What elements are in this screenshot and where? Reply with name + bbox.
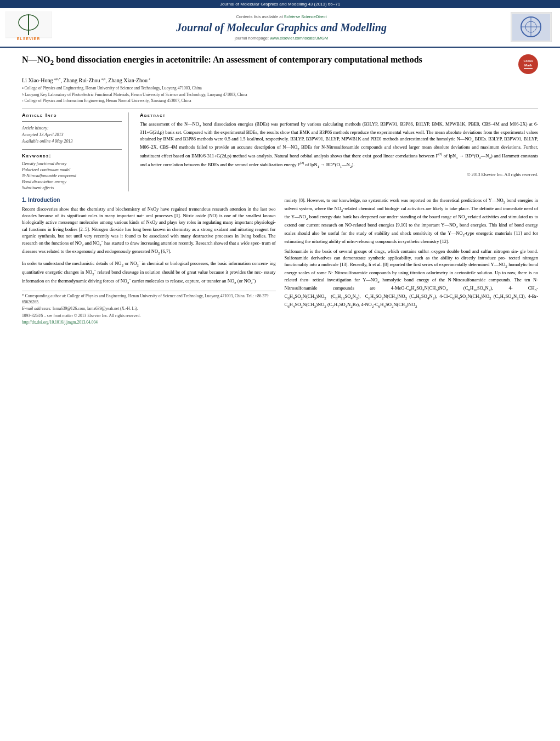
banner-text: Journal of Molecular Graphics and Modell… xyxy=(220,2,340,7)
journal-header: ELSEVIER Contents lists available at Sci… xyxy=(0,8,560,48)
article-info-column: Article Info Article history: Accepted 1… xyxy=(22,112,129,191)
footnote-issn: 1093-3263/$ – see front matter © 2013 El… xyxy=(22,313,276,319)
footnote-doi[interactable]: http://dx.doi.org/10.1016/j.jmgm.2013.04… xyxy=(22,320,276,326)
body-right-column: moiety [8]. However, to our knowledge, n… xyxy=(285,197,539,327)
affiliation-c: c College of Physics and Information Eng… xyxy=(22,98,538,104)
section-1-title: 1. Introduction xyxy=(22,197,276,203)
svg-text:ELSEVIER: ELSEVIER xyxy=(17,37,41,41)
body-right-para-1: moiety [8]. However, to our knowledge, n… xyxy=(285,197,539,245)
article-title: N—NO2 bond dissociation energies in acet… xyxy=(22,54,513,67)
crossmark-badge[interactable]: Cross Mark xyxy=(518,54,538,74)
journal-cover-icon xyxy=(511,12,552,42)
journal-right-logo xyxy=(511,12,555,43)
journal-homepage-link[interactable]: www.elsevier.com/locate/JMGM xyxy=(270,36,328,41)
intro-para-2: In order to understand the mechanistic d… xyxy=(22,259,276,285)
affiliation-b-text: Luoyang Key Laboratory of Photoelectric … xyxy=(25,92,247,98)
history-available: Available online 4 May 2013 xyxy=(22,138,122,145)
body-left-column: 1. Introduction Recent discoveries show … xyxy=(22,197,276,327)
keywords-section: Keywords: Density functional theory Pola… xyxy=(22,153,122,190)
sciverse-link[interactable]: SciVerse ScienceDirect xyxy=(284,14,327,19)
keyword-1: Density functional theory xyxy=(22,161,122,166)
elsevier-art-icon: ELSEVIER xyxy=(5,12,52,43)
keywords-heading: Keywords: xyxy=(22,153,122,159)
copyright-text: © 2013 Elsevier Inc. All rights reserved… xyxy=(140,172,538,177)
history-label: Article history: xyxy=(22,125,122,132)
crossmark-icon: Cross Mark xyxy=(518,54,538,74)
article-history: Article history: Accepted 13 April 2013 … xyxy=(22,125,122,145)
header-divider xyxy=(22,109,538,109)
info-abstract-columns: Article Info Article history: Accepted 1… xyxy=(22,112,538,191)
affiliation-b: b Luoyang Key Laboratory of Photoelectri… xyxy=(22,92,538,98)
svg-text:Mark: Mark xyxy=(524,64,533,67)
keyword-4: Bond dissociation energy xyxy=(22,179,122,184)
footnote-corresponding: * Corresponding author at: College of Ph… xyxy=(22,293,276,305)
footnote-section: * Corresponding author at: College of Ph… xyxy=(22,291,276,326)
abstract-heading: Abstract xyxy=(140,112,538,118)
abstract-text: The assessment of the N—NO2 bond dissoci… xyxy=(140,121,538,169)
keyword-5: Substituent effects xyxy=(22,185,122,190)
abstract-column: Abstract The assessment of the N—NO2 bon… xyxy=(140,112,538,191)
article-info-heading: Article Info xyxy=(22,112,122,118)
keywords-divider xyxy=(22,149,122,150)
intro-para-1: Recent discoveries show that the chemist… xyxy=(22,206,276,256)
journal-banner: Journal of Molecular Graphics and Modell… xyxy=(0,0,560,8)
authors: Li Xiao-Hong a,b,*, Zhang Rui-Zhou a,b, … xyxy=(22,77,538,83)
body-columns: 1. Introduction Recent discoveries show … xyxy=(22,197,538,327)
sciverse-text: Contents lists available at SciVerse Sci… xyxy=(52,14,511,19)
affiliation-c-text: College of Physics and Information Engin… xyxy=(25,98,191,104)
body-right-para-2: Sulfonamide is the basis of several grou… xyxy=(285,248,539,309)
elsevier-logo-block: ELSEVIER xyxy=(5,12,52,43)
article-info-divider xyxy=(22,121,122,122)
affiliations: a College of Physics and Engineering, He… xyxy=(22,86,538,104)
journal-title-block: Contents lists available at SciVerse Sci… xyxy=(52,14,511,41)
main-content: N—NO2 bond dissociation energies in acet… xyxy=(0,48,560,333)
keyword-3: N-Nitrosulfonamide compound xyxy=(22,173,122,178)
svg-text:Cross: Cross xyxy=(523,59,533,63)
journal-name: Journal of Molecular Graphics and Modell… xyxy=(52,21,511,34)
footnote-email: E-mail addresses: larna639@126.com, larn… xyxy=(22,306,276,312)
history-accepted: Accepted 13 April 2013 xyxy=(22,132,122,138)
article-title-block: N—NO2 bond dissociation energies in acet… xyxy=(22,54,538,74)
journal-homepage: journal homepage: www.elsevier.com/locat… xyxy=(52,36,511,41)
affiliation-a-text: College of Physics and Engineering, Hena… xyxy=(25,86,202,92)
keyword-2: Polarized continuum model xyxy=(22,167,122,172)
affiliation-a: a College of Physics and Engineering, He… xyxy=(22,86,538,92)
